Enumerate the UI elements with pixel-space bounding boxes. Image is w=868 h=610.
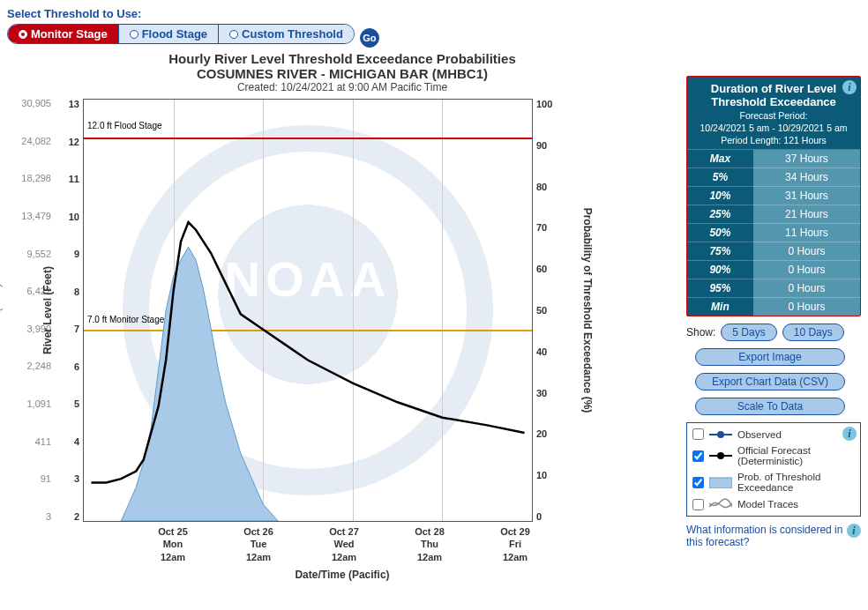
tick: 11 [69,174,79,184]
show-10days-button[interactable]: 10 Days [782,324,844,341]
tick: 80 [536,182,547,192]
go-button[interactable]: Go [360,28,379,48]
x-axis-label: Date/Time (Pacific) [7,569,677,581]
duration-row: Max37 Hours [687,150,860,168]
tick: 6 [74,361,79,372]
duration-row: 25%21 Hours [687,205,860,224]
legend-prob-checkbox[interactable] [692,477,704,488]
y-axis-prob-label: Probability of Threshold Exceedance (%) [581,208,594,413]
legend-forecast-label: Official Forecast(Deterministic) [737,445,811,466]
duration-row: 10%31 Hours [687,187,860,205]
duration-row: 5%34 Hours [687,168,860,187]
tick: 90 [536,140,547,151]
info-icon[interactable]: i [847,524,861,538]
x-axis: Oct 25Mon12am Oct 26Tue12am Oct 27Wed12a… [83,525,533,563]
tick: 13,479 [21,212,51,221]
tick: 18,298 [21,174,51,183]
y-axis-prob: Probability of Threshold Exceedance (%) … [533,99,565,522]
legend-observed-checkbox[interactable] [692,428,704,440]
tick: 3 [74,473,79,484]
export-image-button[interactable]: Export Image [695,348,845,366]
tick: 4 [74,436,79,447]
duration-row: Min0 Hours [687,298,860,316]
x-tick: Oct 27Wed12am [309,525,379,563]
duration-row: 95%0 Hours [687,279,860,298]
svg-point-3 [717,452,724,459]
tick: 5 [74,398,79,409]
x-tick: Oct 29Fri12am [480,525,550,563]
legend-traces-checkbox[interactable] [692,499,704,510]
threshold-flood-option[interactable]: Flood Stage [119,25,219,43]
traces-symbol-icon [709,498,732,510]
tick: 30 [536,388,547,398]
tick: 50 [536,305,547,316]
tick: 24,082 [21,137,51,146]
chart-created: Created: 10/24/2021 at 9:00 AM Pacific T… [7,81,677,93]
plot-canvas[interactable]: NOAA 12.0 ft Flood Stage 7.0 ft Monitor … [83,99,533,522]
observed-symbol-icon [709,429,732,440]
chart-area: Hourly River Level Threshold Exceedance … [7,51,677,581]
info-icon[interactable]: i [842,80,857,94]
duration-row: 90%0 Hours [687,261,860,279]
threshold-custom-option[interactable]: Custom Threshold [219,25,354,43]
tick: 70 [536,222,547,233]
tick: 20 [536,428,547,439]
tick: 7 [74,324,79,334]
x-tick: Oct 25Mon12am [138,525,208,563]
legend-box: i Observed Official Forecast(Determinist… [686,422,861,517]
duration-forecast-period: 10/24/2021 5 am - 10/29/2021 5 am [687,123,860,135]
threshold-monitor-option[interactable]: Monitor Stage [8,25,119,43]
tick: 12 [69,137,79,147]
legend-observed-label: Observed [737,429,782,440]
tick: 40 [536,346,547,357]
threshold-section-label: Select Threshold to Use: [7,7,861,20]
side-panel: Duration of River LevelThreshold Exceeda… [686,76,861,548]
y-axis-feet-label: River Level (Feet) [41,266,54,354]
tick: 411 [35,437,51,447]
duration-title: Duration of River LevelThreshold Exceeda… [687,77,860,110]
plot-svg [84,100,532,521]
threshold-monitor-label: Monitor Stage [31,27,108,41]
duration-table: Max37 Hours5%34 Hours10%31 Hours25%21 Ho… [687,149,860,316]
duration-forecast-label: Forecast Period: [687,110,860,123]
forecast-info-link[interactable]: What information is considered in this f… [686,524,861,548]
x-tick: Oct 26Tue12am [223,525,294,563]
tick: 10 [69,212,79,222]
y-axis-cfs-label: Flow (CFS) [0,284,3,338]
duration-row: 75%0 Hours [687,242,860,261]
radio-icon [229,30,238,39]
tick: 3 [46,512,51,522]
legend-forecast-checkbox[interactable] [692,450,704,462]
scale-to-data-button[interactable]: Scale To Data [695,398,845,415]
duration-box: Duration of River LevelThreshold Exceeda… [686,76,861,316]
forecast-symbol-icon [709,450,732,461]
duration-period-length: Period Length: 121 Hours [687,135,860,149]
prob-symbol-icon [709,476,732,488]
threshold-toggle-group: Monitor Stage Flood Stage Custom Thresho… [7,24,355,44]
legend-traces-label: Model Traces [737,499,798,510]
tick: 2 [74,511,79,522]
tick: 100 [536,99,552,109]
tick: 0 [536,511,542,522]
tick: 60 [536,264,547,274]
chart-subtitle: COSUMNES RIVER - MICHIGAN BAR (MHBC1) [7,66,677,81]
tick: 30,905 [21,99,51,108]
tick: 1,091 [26,399,51,409]
tick: 8 [74,286,79,297]
radio-icon [130,30,138,39]
duration-row: 50%11 Hours [687,224,860,242]
y-axis-feet: River Level (Feet) 13 12 11 10 9 8 7 6 5… [56,99,83,522]
tick: 91 [41,474,51,484]
export-csv-button[interactable]: Export Chart Data (CSV) [695,373,845,391]
threshold-custom-label: Custom Threshold [242,27,343,41]
info-icon[interactable]: i [842,427,857,441]
threshold-flood-label: Flood Stage [142,27,207,41]
tick: 13 [69,99,79,109]
tick: 9 [74,249,79,259]
tick: 10 [536,470,547,480]
chart-title: Hourly River Level Threshold Exceedance … [7,51,677,66]
svg-point-1 [717,431,724,438]
legend-prob-label: Prob. of ThresholdExceedance [737,472,820,493]
tick: 9,552 [26,249,51,259]
show-5days-button[interactable]: 5 Days [721,324,776,341]
